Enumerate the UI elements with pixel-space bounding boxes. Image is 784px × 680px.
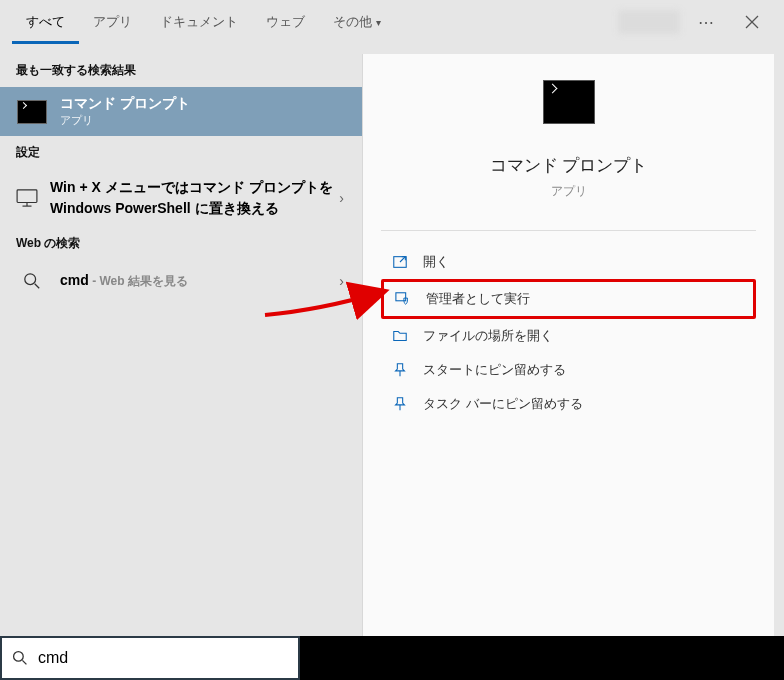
result-web-cmd[interactable]: cmd - Web 結果を見る ›	[0, 260, 362, 302]
svg-rect-2	[17, 190, 37, 203]
section-web: Web の検索	[0, 227, 362, 260]
pin-icon	[391, 361, 409, 379]
cmd-icon	[543, 80, 595, 124]
pin-icon	[391, 395, 409, 413]
svg-point-5	[25, 274, 36, 285]
search-icon	[12, 650, 28, 666]
search-box[interactable]	[0, 636, 300, 680]
detail-subtitle: アプリ	[363, 183, 774, 200]
action-label: スタートにピン留めする	[423, 361, 566, 379]
taskbar-strip	[300, 636, 784, 680]
monitor-icon	[16, 185, 38, 211]
action-label: タスク バーにピン留めする	[423, 395, 583, 413]
action-file-location[interactable]: ファイルの場所を開く	[381, 319, 756, 353]
result-command-prompt[interactable]: コマンド プロンプト アプリ	[0, 87, 362, 136]
account-area[interactable]	[618, 10, 680, 34]
tab-other[interactable]: その他▾	[319, 1, 395, 44]
tab-all[interactable]: すべて	[12, 1, 79, 44]
main: 最も一致する検索結果 コマンド プロンプト アプリ 設定 Win + X メニュ…	[0, 44, 784, 636]
header: すべて アプリ ドキュメント ウェブ その他▾ ⋯	[0, 0, 784, 44]
detail-panel: コマンド プロンプト アプリ 開く 管理者として実行 ファイルの場所を開く スタ…	[362, 54, 774, 636]
results-panel: 最も一致する検索結果 コマンド プロンプト アプリ 設定 Win + X メニュ…	[0, 44, 362, 636]
svg-point-10	[14, 652, 24, 662]
result-title: コマンド プロンプト	[60, 95, 190, 113]
action-run-as-admin[interactable]: 管理者として実行	[381, 279, 756, 319]
action-pin-taskbar[interactable]: タスク バーにピン留めする	[381, 387, 756, 421]
action-label: 開く	[423, 253, 449, 271]
close-icon	[745, 15, 759, 29]
actions-list: 開く 管理者として実行 ファイルの場所を開く スタートにピン留めする タスク バ…	[363, 245, 774, 421]
svg-line-8	[400, 257, 405, 262]
chevron-right-icon: ›	[339, 273, 344, 289]
result-title: Win + X メニューではコマンド プロンプトを Windows PowerS…	[50, 177, 346, 219]
tabs: すべて アプリ ドキュメント ウェブ その他▾	[12, 1, 395, 44]
open-icon	[391, 253, 409, 271]
shield-run-icon	[394, 290, 412, 308]
search-icon	[16, 268, 48, 294]
action-pin-start[interactable]: スタートにピン留めする	[381, 353, 756, 387]
tab-web[interactable]: ウェブ	[252, 1, 319, 44]
action-label: ファイルの場所を開く	[423, 327, 553, 345]
chevron-down-icon: ▾	[376, 17, 381, 28]
tab-apps[interactable]: アプリ	[79, 1, 146, 44]
svg-line-6	[35, 284, 40, 289]
svg-line-11	[22, 660, 26, 664]
cmd-icon	[17, 100, 47, 124]
more-button[interactable]: ⋯	[686, 2, 726, 42]
result-title: cmd - Web 結果を見る	[60, 272, 188, 290]
section-best-match: 最も一致する検索結果	[0, 54, 362, 87]
result-subtitle: アプリ	[60, 113, 190, 128]
result-settings-winx[interactable]: Win + X メニューではコマンド プロンプトを Windows PowerS…	[0, 169, 362, 227]
action-label: 管理者として実行	[426, 290, 530, 308]
chevron-right-icon: ›	[339, 190, 344, 206]
search-input[interactable]	[38, 649, 288, 667]
tab-documents[interactable]: ドキュメント	[146, 1, 252, 44]
section-settings: 設定	[0, 136, 362, 169]
close-button[interactable]	[732, 2, 772, 42]
detail-title: コマンド プロンプト	[363, 154, 774, 177]
action-open[interactable]: 開く	[381, 245, 756, 279]
search-bar-area	[0, 636, 784, 680]
divider	[381, 230, 756, 231]
folder-icon	[391, 327, 409, 345]
